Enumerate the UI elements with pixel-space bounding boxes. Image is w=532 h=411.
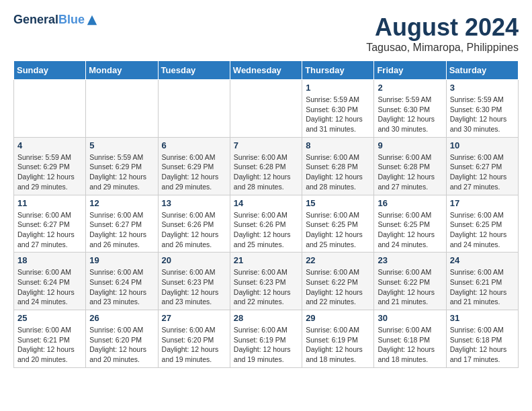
day-info: Sunrise: 6:00 AM Sunset: 6:27 PM Dayligh…: [89, 210, 154, 250]
day-number: 14: [234, 198, 298, 208]
day-info: Sunrise: 6:00 AM Sunset: 6:18 PM Dayligh…: [450, 325, 515, 365]
weekday-header-wednesday: Wednesday: [230, 61, 302, 80]
day-info: Sunrise: 6:00 AM Sunset: 6:23 PM Dayligh…: [234, 267, 298, 307]
week-row-3: 11Sunrise: 6:00 AM Sunset: 6:27 PM Dayli…: [14, 195, 519, 253]
day-info: Sunrise: 6:00 AM Sunset: 6:25 PM Dayligh…: [450, 210, 515, 250]
day-cell: 18Sunrise: 6:00 AM Sunset: 6:24 PM Dayli…: [14, 253, 86, 310]
day-number: 21: [234, 255, 298, 265]
day-cell: 2Sunrise: 5:59 AM Sunset: 6:30 PM Daylig…: [374, 80, 446, 138]
week-row-4: 18Sunrise: 6:00 AM Sunset: 6:24 PM Dayli…: [14, 253, 519, 310]
day-cell: 1Sunrise: 5:59 AM Sunset: 6:30 PM Daylig…: [302, 80, 374, 138]
day-info: Sunrise: 6:00 AM Sunset: 6:26 PM Dayligh…: [234, 210, 298, 250]
weekday-header-row: SundayMondayTuesdayWednesdayThursdayFrid…: [14, 61, 519, 80]
title-block: August 2024 Tagusao, Mimaropa, Philippin…: [366, 13, 519, 54]
day-number: 24: [450, 255, 515, 265]
day-info: Sunrise: 6:00 AM Sunset: 6:27 PM Dayligh…: [17, 210, 82, 250]
day-cell: 22Sunrise: 6:00 AM Sunset: 6:22 PM Dayli…: [302, 253, 374, 310]
logo: GeneralBlue: [13, 13, 98, 27]
day-number: 19: [89, 255, 154, 265]
day-info: Sunrise: 6:00 AM Sunset: 6:28 PM Dayligh…: [378, 152, 442, 192]
day-number: 6: [162, 140, 226, 150]
weekday-header-thursday: Thursday: [302, 61, 374, 80]
weekday-header-tuesday: Tuesday: [158, 61, 230, 80]
day-cell: 16Sunrise: 6:00 AM Sunset: 6:25 PM Dayli…: [374, 195, 446, 253]
day-info: Sunrise: 6:00 AM Sunset: 6:20 PM Dayligh…: [89, 325, 154, 365]
day-info: Sunrise: 6:00 AM Sunset: 6:24 PM Dayligh…: [17, 267, 82, 307]
day-cell: 3Sunrise: 5:59 AM Sunset: 6:30 PM Daylig…: [446, 80, 518, 138]
day-number: 25: [17, 313, 82, 323]
day-cell: 25Sunrise: 6:00 AM Sunset: 6:21 PM Dayli…: [14, 310, 86, 368]
day-number: 9: [378, 140, 442, 150]
day-number: 13: [162, 198, 226, 208]
day-cell: 5Sunrise: 5:59 AM Sunset: 6:29 PM Daylig…: [86, 137, 158, 195]
day-cell: 17Sunrise: 6:00 AM Sunset: 6:25 PM Dayli…: [446, 195, 518, 253]
weekday-header-friday: Friday: [374, 61, 446, 80]
day-cell: 24Sunrise: 6:00 AM Sunset: 6:21 PM Dayli…: [446, 253, 518, 310]
day-cell: 28Sunrise: 6:00 AM Sunset: 6:19 PM Dayli…: [230, 310, 302, 368]
day-cell: 13Sunrise: 6:00 AM Sunset: 6:26 PM Dayli…: [158, 195, 230, 253]
day-info: Sunrise: 5:59 AM Sunset: 6:29 PM Dayligh…: [17, 152, 82, 192]
day-info: Sunrise: 6:00 AM Sunset: 6:29 PM Dayligh…: [162, 152, 226, 192]
page-header: GeneralBlue August 2024 Tagusao, Mimarop…: [13, 13, 519, 54]
day-info: Sunrise: 6:00 AM Sunset: 6:18 PM Dayligh…: [378, 325, 442, 365]
day-info: Sunrise: 6:00 AM Sunset: 6:21 PM Dayligh…: [450, 267, 515, 307]
calendar: SundayMondayTuesdayWednesdayThursdayFrid…: [13, 60, 519, 368]
day-number: 15: [306, 198, 370, 208]
day-number: 17: [450, 198, 515, 208]
day-info: Sunrise: 6:00 AM Sunset: 6:28 PM Dayligh…: [234, 152, 298, 192]
day-number: 27: [162, 313, 226, 323]
day-number: 12: [89, 198, 154, 208]
day-number: 22: [306, 255, 370, 265]
logo-icon: [86, 14, 98, 26]
day-cell: 21Sunrise: 6:00 AM Sunset: 6:23 PM Dayli…: [230, 253, 302, 310]
day-cell: 11Sunrise: 6:00 AM Sunset: 6:27 PM Dayli…: [14, 195, 86, 253]
day-number: 10: [450, 140, 515, 150]
day-number: 23: [378, 255, 442, 265]
day-number: 30: [378, 313, 442, 323]
day-cell: 4Sunrise: 5:59 AM Sunset: 6:29 PM Daylig…: [14, 137, 86, 195]
day-info: Sunrise: 6:00 AM Sunset: 6:20 PM Dayligh…: [162, 325, 226, 365]
day-number: 31: [450, 313, 515, 323]
svg-marker-0: [87, 15, 97, 25]
day-info: Sunrise: 6:00 AM Sunset: 6:27 PM Dayligh…: [450, 152, 515, 192]
day-cell: [86, 80, 158, 138]
day-info: Sunrise: 6:00 AM Sunset: 6:23 PM Dayligh…: [162, 267, 226, 307]
weekday-header-sunday: Sunday: [14, 61, 86, 80]
day-cell: [230, 80, 302, 138]
month-year: August 2024: [366, 13, 519, 42]
day-cell: 6Sunrise: 6:00 AM Sunset: 6:29 PM Daylig…: [158, 137, 230, 195]
day-number: 20: [162, 255, 226, 265]
day-number: 3: [450, 83, 515, 93]
day-number: 11: [17, 198, 82, 208]
week-row-1: 1Sunrise: 5:59 AM Sunset: 6:30 PM Daylig…: [14, 80, 519, 138]
day-number: 2: [378, 83, 442, 93]
day-info: Sunrise: 5:59 AM Sunset: 6:30 PM Dayligh…: [306, 95, 370, 134]
weekday-header-saturday: Saturday: [446, 61, 518, 80]
day-cell: 9Sunrise: 6:00 AM Sunset: 6:28 PM Daylig…: [374, 137, 446, 195]
week-row-5: 25Sunrise: 6:00 AM Sunset: 6:21 PM Dayli…: [14, 310, 519, 368]
day-number: 8: [306, 140, 370, 150]
day-number: 29: [306, 313, 370, 323]
day-info: Sunrise: 6:00 AM Sunset: 6:21 PM Dayligh…: [17, 325, 82, 365]
week-row-2: 4Sunrise: 5:59 AM Sunset: 6:29 PM Daylig…: [14, 137, 519, 195]
day-cell: 20Sunrise: 6:00 AM Sunset: 6:23 PM Dayli…: [158, 253, 230, 310]
day-info: Sunrise: 5:59 AM Sunset: 6:30 PM Dayligh…: [378, 95, 442, 134]
day-cell: [158, 80, 230, 138]
day-cell: 8Sunrise: 6:00 AM Sunset: 6:28 PM Daylig…: [302, 137, 374, 195]
day-cell: 14Sunrise: 6:00 AM Sunset: 6:26 PM Dayli…: [230, 195, 302, 253]
day-info: Sunrise: 6:00 AM Sunset: 6:25 PM Dayligh…: [306, 210, 370, 250]
day-cell: 30Sunrise: 6:00 AM Sunset: 6:18 PM Dayli…: [374, 310, 446, 368]
day-cell: 15Sunrise: 6:00 AM Sunset: 6:25 PM Dayli…: [302, 195, 374, 253]
weekday-header-monday: Monday: [86, 61, 158, 80]
logo-text: GeneralBlue: [13, 13, 85, 27]
day-number: 26: [89, 313, 154, 323]
day-cell: 23Sunrise: 6:00 AM Sunset: 6:22 PM Dayli…: [374, 253, 446, 310]
day-info: Sunrise: 5:59 AM Sunset: 6:29 PM Dayligh…: [89, 152, 154, 192]
day-number: 1: [306, 83, 370, 93]
day-info: Sunrise: 6:00 AM Sunset: 6:19 PM Dayligh…: [234, 325, 298, 365]
day-number: 18: [17, 255, 82, 265]
day-cell: 19Sunrise: 6:00 AM Sunset: 6:24 PM Dayli…: [86, 253, 158, 310]
day-cell: 29Sunrise: 6:00 AM Sunset: 6:19 PM Dayli…: [302, 310, 374, 368]
day-cell: 31Sunrise: 6:00 AM Sunset: 6:18 PM Dayli…: [446, 310, 518, 368]
location: Tagusao, Mimaropa, Philippines: [366, 42, 519, 54]
